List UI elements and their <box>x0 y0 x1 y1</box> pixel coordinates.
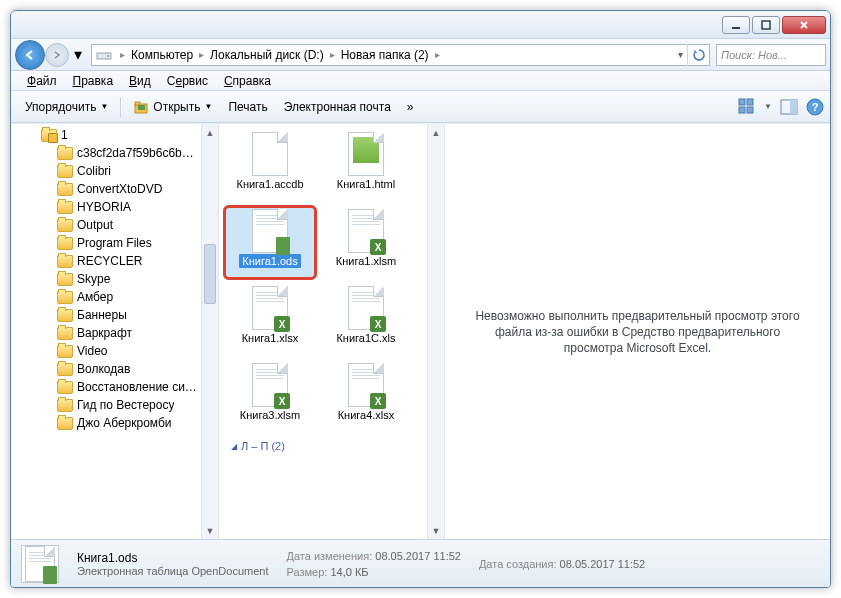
details-thumbnail <box>21 545 59 583</box>
details-column: Дата изменения: 08.05.2017 11:52 Размер:… <box>287 548 461 580</box>
file-item[interactable]: XКнига1C.xls <box>319 282 413 357</box>
tree-item-label: Джо Аберкромби <box>77 416 172 430</box>
tree-item-label: HYBORIA <box>77 200 131 214</box>
svg-rect-8 <box>747 99 753 105</box>
tree-item[interactable]: HYBORIA <box>41 198 218 216</box>
file-item[interactable]: Книга1.accdb <box>223 128 317 203</box>
details-pane: Книга1.ods Электронная таблица OpenDocum… <box>11 539 830 587</box>
forward-button[interactable] <box>45 43 69 67</box>
scroll-down-icon[interactable]: ▼ <box>202 522 218 539</box>
back-button[interactable] <box>15 40 45 70</box>
chevron-right-icon: ▸ <box>431 49 444 60</box>
menu-view[interactable]: Вид <box>123 72 157 90</box>
tree-item[interactable]: ConvertXtoDVD <box>41 180 218 198</box>
folder-icon <box>57 399 73 412</box>
tree-item-label: c38cf2da7f59b6c6bb35490e <box>77 146 200 160</box>
file-name: Книга1.html <box>334 177 398 191</box>
folder-icon <box>57 363 73 376</box>
folder-icon <box>57 255 73 268</box>
tree-item-label: 1 <box>61 128 68 142</box>
folder-icon <box>57 183 73 196</box>
folder-icon <box>57 237 73 250</box>
tree-item[interactable]: Output <box>41 216 218 234</box>
scrollbar-thumb[interactable] <box>204 244 216 304</box>
svg-rect-12 <box>790 100 797 114</box>
refresh-button[interactable] <box>687 44 709 66</box>
files-scrollbar[interactable]: ▲ ▼ <box>427 124 444 539</box>
scroll-down-icon[interactable]: ▼ <box>428 522 444 539</box>
scroll-up-icon[interactable]: ▲ <box>202 124 218 141</box>
tree-item[interactable]: 1 <box>41 126 218 144</box>
svg-rect-5 <box>135 102 140 105</box>
tree-item-label: Восстановление системы <box>77 380 200 394</box>
tree-item-label: Амбер <box>77 290 113 304</box>
minimize-button[interactable] <box>722 16 750 34</box>
tree-item[interactable]: Program Files <box>41 234 218 252</box>
print-button[interactable]: Печать <box>220 96 275 118</box>
preview-error-message: Невозможно выполнить предварительный про… <box>465 308 810 356</box>
folder-icon <box>57 291 73 304</box>
tree-item[interactable]: Волкодав <box>41 360 218 378</box>
tree-item-label: ConvertXtoDVD <box>77 182 162 196</box>
tree-item[interactable]: Амбер <box>41 288 218 306</box>
tree-scrollbar[interactable]: ▲ ▼ <box>201 124 218 539</box>
close-button[interactable] <box>782 16 826 34</box>
preview-pane: Невозможно выполнить предварительный про… <box>445 124 830 539</box>
tree-item-label: Colibri <box>77 164 111 178</box>
history-dropdown[interactable]: ▾ <box>71 45 85 64</box>
navigation-tree: 1c38cf2da7f59b6c6bb35490eColibriConvertX… <box>11 124 219 539</box>
open-button[interactable]: Открыть ▼ <box>125 95 220 119</box>
menu-tools[interactable]: Сервис <box>161 72 214 90</box>
tree-item-label: Баннеры <box>77 308 127 322</box>
menu-file[interactable]: Файл <box>21 72 63 90</box>
file-name: Книга4.xlsx <box>335 408 398 422</box>
tree-item[interactable]: Восстановление системы <box>41 378 218 396</box>
search-input[interactable]: Поиск: Нов... <box>716 44 826 66</box>
breadcrumb-segment[interactable]: Новая папка (2) <box>339 48 431 62</box>
folder-icon <box>57 147 73 160</box>
tree-item[interactable]: Skype <box>41 270 218 288</box>
menu-help[interactable]: Справка <box>218 72 277 90</box>
section-header[interactable]: ◢ Л – П (2) <box>223 436 440 456</box>
details-column: Дата создания: 08.05.2017 11:52 <box>479 556 645 572</box>
tree-item[interactable]: Джо Аберкромби <box>41 414 218 432</box>
tree-item[interactable]: Баннеры <box>41 306 218 324</box>
tree-item[interactable]: Video <box>41 342 218 360</box>
details-filename: Книга1.ods <box>77 551 269 565</box>
tree-item[interactable]: c38cf2da7f59b6c6bb35490e <box>41 144 218 162</box>
maximize-button[interactable] <box>752 16 780 34</box>
file-item[interactable]: XКнига4.xlsx <box>319 359 413 434</box>
tree-item[interactable]: Гид по Вестеросу <box>41 396 218 414</box>
breadcrumb-segment[interactable]: Локальный диск (D:) <box>208 48 326 62</box>
tree-item[interactable]: Colibri <box>41 162 218 180</box>
overflow-button[interactable]: » <box>399 96 422 118</box>
view-options-button[interactable] <box>738 98 756 116</box>
address-dropdown[interactable]: ▾ <box>674 49 687 60</box>
organize-button[interactable]: Упорядочить ▼ <box>17 96 116 118</box>
email-button[interactable]: Электронная почта <box>276 96 399 118</box>
breadcrumb-segment[interactable]: Компьютер <box>129 48 195 62</box>
nav-bar: ▾ ▸ Компьютер ▸ Локальный диск (D:) ▸ Но… <box>11 39 830 71</box>
chevron-right-icon: ▸ <box>116 49 129 60</box>
file-item[interactable]: Книга1.html <box>319 128 413 203</box>
titlebar <box>11 11 830 39</box>
menu-edit[interactable]: Правка <box>67 72 120 90</box>
file-item[interactable]: XКнига1.xlsx <box>223 282 317 357</box>
folder-icon <box>57 219 73 232</box>
file-list: Книга1.accdbКнига1.htmlКнига1.odsXКнига1… <box>219 124 445 539</box>
address-bar[interactable]: ▸ Компьютер ▸ Локальный диск (D:) ▸ Нова… <box>91 44 710 66</box>
preview-pane-button[interactable] <box>780 98 798 116</box>
view-dropdown[interactable]: ▼ <box>764 102 772 111</box>
folder-icon <box>57 417 73 430</box>
file-item[interactable]: XКнига3.xlsm <box>223 359 317 434</box>
tree-item[interactable]: Варкрафт <box>41 324 218 342</box>
tree-item[interactable]: RECYCLER <box>41 252 218 270</box>
svg-text:?: ? <box>812 101 819 113</box>
file-item[interactable]: XКнига1.xlsm <box>319 205 413 280</box>
explorer-window: ▾ ▸ Компьютер ▸ Локальный диск (D:) ▸ Но… <box>10 10 831 588</box>
file-name: Книга1C.xls <box>333 331 398 345</box>
scroll-up-icon[interactable]: ▲ <box>428 124 444 141</box>
help-button[interactable]: ? <box>806 98 824 116</box>
file-item[interactable]: Книга1.ods <box>223 205 317 280</box>
file-name: Книга1.xlsx <box>239 331 302 345</box>
